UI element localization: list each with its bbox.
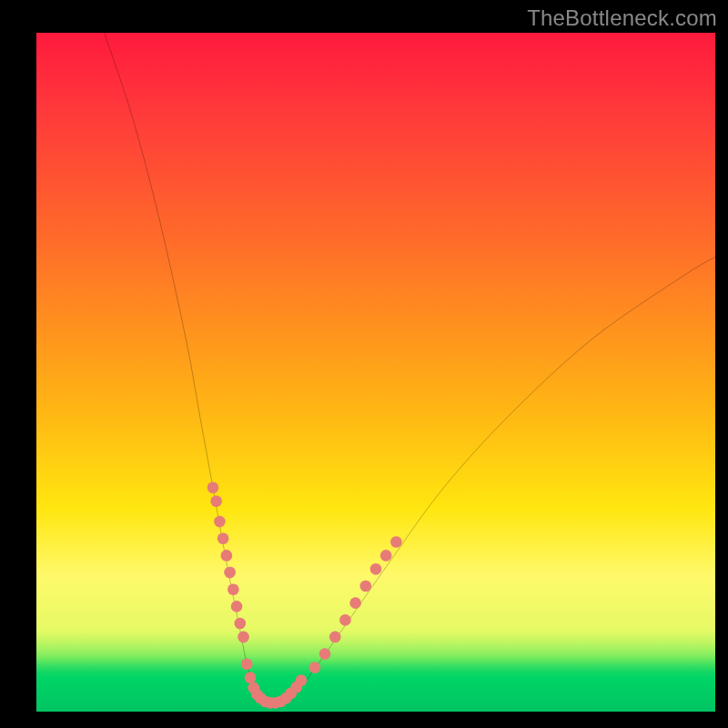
data-dot [370, 563, 382, 575]
data-dot [210, 495, 222, 507]
data-dot [207, 481, 219, 493]
data-dot [329, 632, 341, 643]
curve-svg [36, 33, 715, 712]
watermark-text: TheBottleneck.com [527, 5, 717, 31]
data-dot [234, 618, 246, 630]
data-dot [217, 532, 229, 544]
data-dot [319, 648, 331, 660]
data-dot [214, 516, 226, 528]
data-dot [241, 658, 253, 670]
data-dot [238, 632, 249, 643]
data-dot [224, 567, 236, 579]
data-dot [359, 581, 371, 592]
data-dot [245, 672, 257, 683]
data-dot [390, 536, 402, 548]
data-dot [349, 597, 361, 609]
data-dot [339, 614, 351, 626]
data-dot [380, 550, 392, 561]
data-dot [221, 550, 233, 561]
data-dot [296, 674, 308, 686]
data-dot [228, 583, 239, 595]
data-dot [309, 662, 321, 673]
bottleneck-curve [105, 33, 715, 705]
data-dot [231, 601, 243, 612]
plot-area [36, 33, 715, 712]
data-dots [207, 481, 402, 708]
chart-frame: TheBottleneck.com [0, 0, 728, 728]
